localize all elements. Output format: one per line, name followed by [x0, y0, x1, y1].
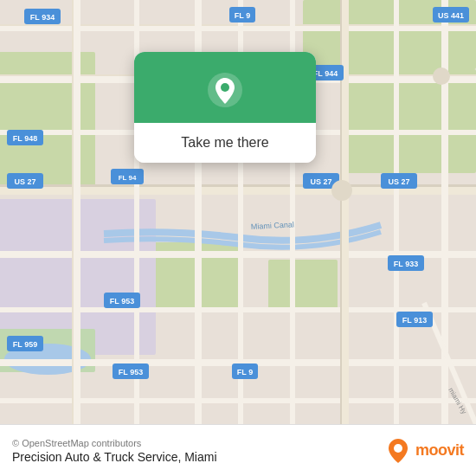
svg-rect-21: [72, 0, 74, 424]
svg-text:FL 934: FL 934: [30, 13, 55, 22]
svg-point-62: [331, 180, 352, 201]
svg-text:US 27: US 27: [14, 177, 35, 186]
attribution-text: © OpenStreetMap contributors: [12, 438, 217, 448]
svg-rect-1: [0, 52, 95, 190]
place-name: Precision Auto & Truck Service, Miami: [12, 450, 217, 464]
take-me-there-button[interactable]: Take me there: [134, 123, 316, 163]
svg-point-66: [394, 444, 402, 453]
moovit-logo: moovit: [384, 437, 464, 465]
svg-text:FL 953: FL 953: [110, 297, 134, 306]
svg-rect-27: [340, 0, 342, 424]
svg-text:US 441: US 441: [438, 11, 464, 20]
moovit-pin-icon: [384, 437, 412, 465]
svg-point-63: [433, 68, 450, 85]
svg-rect-5: [268, 260, 338, 312]
svg-rect-26: [342, 0, 349, 424]
svg-text:FL 9: FL 9: [237, 368, 253, 376]
svg-text:FL 953: FL 953: [119, 368, 143, 376]
svg-text:FL 948: FL 948: [13, 134, 37, 143]
svg-rect-3: [346, 69, 476, 173]
map-container: FL 934 FL 9 US 441 FL 944 US 27 FL 948 F…: [0, 0, 476, 424]
svg-text:FL 933: FL 933: [394, 260, 418, 268]
moovit-brand-text: moovit: [415, 441, 464, 460]
svg-text:FL 913: FL 913: [402, 316, 427, 325]
bottom-bar: © OpenStreetMap contributors Precision A…: [0, 424, 476, 476]
svg-text:US 27: US 27: [388, 177, 409, 186]
svg-text:FL 9: FL 9: [235, 11, 250, 20]
svg-rect-20: [74, 0, 80, 424]
svg-text:FL 94: FL 94: [119, 174, 137, 182]
popup-green-area: [134, 52, 316, 123]
bottom-left: © OpenStreetMap contributors Precision A…: [12, 438, 217, 464]
svg-rect-28: [394, 0, 399, 424]
popup-card: Take me there: [134, 52, 316, 163]
svg-text:FL 959: FL 959: [13, 340, 37, 349]
location-pin-icon: [206, 71, 244, 109]
svg-point-65: [221, 83, 229, 92]
svg-text:US 27: US 27: [310, 177, 331, 186]
svg-text:FL 944: FL 944: [313, 69, 338, 78]
